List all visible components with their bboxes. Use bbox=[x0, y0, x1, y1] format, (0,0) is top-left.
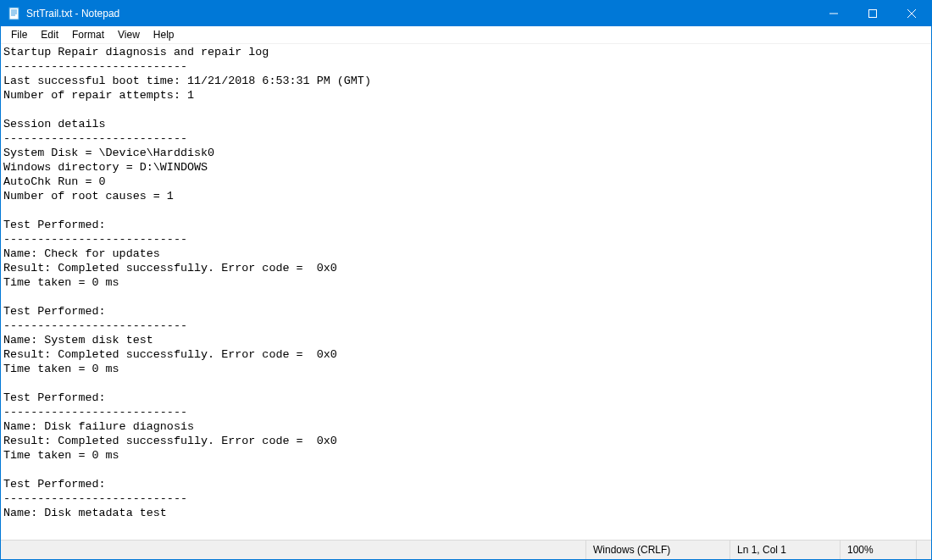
minimize-button[interactable] bbox=[814, 1, 853, 26]
menu-bar: File Edit Format View Help bbox=[1, 26, 931, 44]
maximize-button[interactable] bbox=[853, 1, 892, 26]
window-controls bbox=[814, 1, 931, 26]
text-editor[interactable] bbox=[1, 44, 931, 540]
svg-rect-6 bbox=[869, 10, 877, 18]
status-bar: Windows (CRLF) Ln 1, Col 1 100% bbox=[1, 540, 931, 559]
status-extra bbox=[916, 541, 931, 559]
menu-file[interactable]: File bbox=[4, 27, 34, 42]
notepad-window: SrtTrail.txt - Notepad File Edit Format … bbox=[0, 0, 932, 560]
status-encoding: Windows (CRLF) bbox=[585, 541, 730, 559]
status-position: Ln 1, Col 1 bbox=[730, 541, 840, 559]
editor-area bbox=[1, 44, 931, 540]
menu-edit[interactable]: Edit bbox=[34, 27, 65, 42]
window-title: SrtTrail.txt - Notepad bbox=[26, 8, 814, 19]
close-button[interactable] bbox=[892, 1, 931, 26]
title-bar[interactable]: SrtTrail.txt - Notepad bbox=[1, 1, 931, 26]
menu-view[interactable]: View bbox=[111, 27, 147, 42]
menu-help[interactable]: Help bbox=[147, 27, 181, 42]
status-spacer bbox=[1, 541, 585, 559]
status-zoom: 100% bbox=[840, 541, 916, 559]
menu-format[interactable]: Format bbox=[65, 27, 111, 42]
notepad-icon bbox=[8, 7, 21, 20]
